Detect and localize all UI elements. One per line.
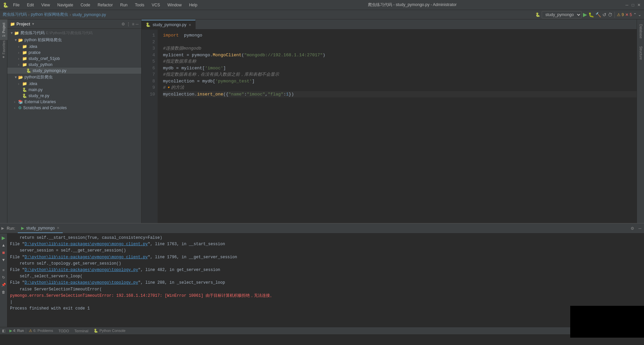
run-label: Run: [5,226,16,231]
project-header-actions: ⚙ ⋮ ≡ ─ [121,22,139,26]
tab-run[interactable]: ▶ study_pymongo ✕ [18,224,63,233]
tab-close-button[interactable]: ✕ [189,23,191,27]
settings-icon[interactable]: ⚙ [121,22,125,26]
tree-item-study-python[interactable]: › 📁 study_python [7,62,141,68]
left-panel-toggle[interactable]: ◧ [0,327,7,335]
debug-button[interactable]: 🐛 [588,12,594,17]
collapse-button[interactable]: ⌄ [638,12,641,17]
tree-label-scratches: Scratches and Consoles [23,106,67,110]
link-3[interactable]: D:\python\lib\site-packages\pymongo\topo… [24,268,138,272]
menu-window[interactable]: Window [165,2,184,8]
errors-count[interactable]: ✕ 5 [625,12,632,17]
tab-database[interactable]: Database [637,19,644,43]
menu-navigate[interactable]: Navigate [55,2,76,8]
todo-label: TODO [58,329,69,333]
stop-button[interactable]: ■ [1,250,7,256]
tree-item-idea2[interactable]: › 📁 .idea [7,81,141,87]
close-panel-icon[interactable]: ─ [136,22,139,26]
breadcrumb: 爬虫练习代码 › python 初探网络爬虫 › study_pymongo.p… [3,12,106,17]
output-line-9: raise ServerSelectionTimeoutError( [10,286,641,293]
tree-label-spider2: python近阶爬虫 [24,74,53,80]
build-button[interactable]: 🔨 [595,12,601,17]
code-area[interactable]: import pymongo #连接数据mongodb mylicent = p… [158,29,637,223]
run-config-select[interactable]: study_pymongo [542,11,582,18]
menu-code[interactable]: Code [78,2,93,8]
settings-icon[interactable]: ⚙ [629,225,636,231]
play-button[interactable]: ▶ [1,235,7,241]
title-bar: 🐍 File Edit View Navigate Code Refactor … [0,0,644,10]
tree-item-idea1[interactable]: › 📁 .idea [7,44,141,50]
editor-content[interactable]: 1 2 3 4 5 6 7 8 9 10 import pymongo #连接数… [142,29,637,223]
breadcrumb-sep2: › [69,12,71,17]
menu-refactor[interactable]: Refactor [95,2,115,8]
wrap-button[interactable]: ≡ [1,267,7,273]
status-bottom-tabs: ◧ ▶ 4: Run ⚠ 6: Problems TODO Terminal 🐍… [0,327,128,335]
scroll-up-button[interactable]: ▲ [1,242,7,248]
menu-tools[interactable]: Tools [132,2,147,8]
python-console-tab[interactable]: 🐍 Python Console [91,329,128,333]
tree-label-idea1: .idea [29,44,37,49]
menu-file[interactable]: File [10,2,22,8]
link-2[interactable]: D:\python\lib\site-packages\pymongo\mong… [24,255,148,260]
problems-tab[interactable]: ⚠ 6: Problems [26,329,56,333]
breadcrumb-item1[interactable]: python 初探网络爬虫 [31,12,68,17]
expand-button[interactable]: ⌃ [633,12,637,17]
editor-tabs: 🐍 study_pymongo.py ✕ [142,19,637,29]
tree-item-ext-libs[interactable]: › 📚 External Libraries [7,99,141,105]
tab-favorites[interactable]: ★ Favorites [0,40,7,60]
timer-button[interactable]: ⏱ [608,12,612,17]
project-header: 📁 Project ▼ ⚙ ⋮ ≡ ─ [7,19,141,29]
run-side-icon: ▶ [1,226,4,230]
pin-button[interactable]: 📌 [1,282,7,288]
run-status-tab[interactable]: ▶ 4: Run [7,329,26,333]
collapse-all-icon[interactable]: ≡ [132,22,134,26]
trash-button[interactable]: 🗑 [1,289,7,295]
tree-label-study-re: study_re.py [29,93,49,98]
tab-project[interactable]: 1: Project [0,19,7,40]
close-button[interactable]: ✕ [637,3,641,7]
menu-run[interactable]: Run [117,2,130,8]
terminal-tab[interactable]: Terminal [72,329,91,333]
run-button[interactable]: ▶ [583,11,587,18]
menu-edit[interactable]: Edit [24,2,37,8]
scroll-down-button[interactable]: ▼ [1,257,7,263]
tab-structure[interactable]: Structure [637,43,644,63]
tree-item-crwf[interactable]: › 📁 study_crwf_51job [7,56,141,62]
tree-item-main-py[interactable]: 🐍 main.py [7,87,141,93]
gear-icon[interactable]: ⋮ [126,22,130,26]
todo-tab[interactable]: TODO [56,329,72,333]
menu-help[interactable]: Help [186,2,200,8]
tree-item-study-pymongo[interactable]: 🐍 study_pymongo.py [7,68,141,74]
breadcrumb-root[interactable]: 爬虫练习代码 [3,12,27,17]
code-line-8: mycollection = mydb['pymongo_test'] [163,78,637,85]
link-4[interactable]: D:\python\lib\site-packages\pymongo\topo… [24,280,138,285]
minimize-panel-icon[interactable]: ─ [637,225,643,231]
link-1[interactable]: D:\python\lib\site-packages\pymongo\mong… [24,242,148,247]
menu-view[interactable]: View [39,2,53,8]
minimize-button[interactable]: ─ [625,3,629,7]
tree-item-root[interactable]: ▼ 📁 爬虫练习代码 E:\Python练习\爬虫练习代码 [7,29,141,37]
editor-tab-study-pymongo[interactable]: 🐍 study_pymongo.py ✕ [142,20,196,29]
tree-item-scratches[interactable]: › ⚙ Scratches and Consoles [7,105,141,111]
bottom-content: ▶ ▲ ■ ▼ ≡ ↻ 📌 🗑 return self.__start_sess… [0,233,644,327]
output-line-6: File "D:\python\lib\site-packages\pymong… [10,267,641,273]
menu-vcs[interactable]: VCS [149,2,163,8]
tree-label-crwf: study_crwf_51job [29,56,60,61]
maximize-button[interactable]: □ [631,3,635,7]
tree-item-pratice[interactable]: › 📁 pratice [7,50,141,56]
rerun-button[interactable]: ↻ [1,274,7,280]
chevron-down-icon[interactable]: ▼ [32,22,35,26]
warnings-count[interactable]: ⚠ 9 [617,12,624,17]
code-line-5: #指定数据库名称 [163,58,637,65]
run-tab-close[interactable]: ✕ [57,226,59,230]
reload-button[interactable]: ↺ [602,12,606,17]
output-line-2: File "D:\python\lib\site-packages\pymong… [10,241,641,248]
tab-icon: 🐍 [146,22,151,27]
code-line-9: #🔸的方法 [163,84,637,91]
tree-item-study-re[interactable]: 🐍 study_re.py [7,93,141,99]
tree-item-spider2[interactable]: ▼ 📂 python近阶爬虫 [7,74,141,81]
tree-item-spider1[interactable]: ▼ 📂 python 初探网络爬虫 [7,37,141,44]
breadcrumb-item2[interactable]: study_pymongo.py [72,12,106,17]
bottom-panel: ▶ Run: ▶ study_pymongo ✕ ⚙ ─ ▶ ▲ ■ ▼ ≡ ↻… [0,223,644,327]
run-output: return self.__start_session(True, causal… [7,233,644,327]
